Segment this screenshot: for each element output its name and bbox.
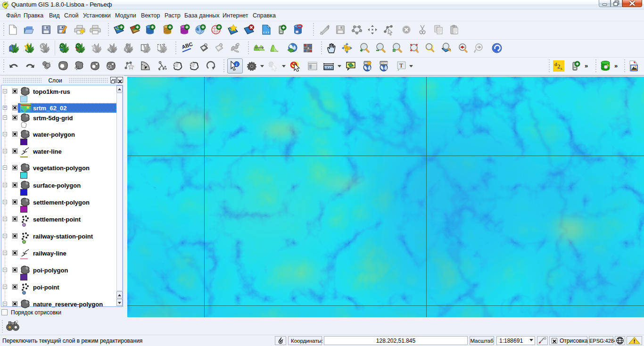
svg-text:s: s	[561, 66, 562, 71]
svg-text:ABC: ABC	[182, 42, 193, 50]
svg-text:HOME: HOME	[380, 62, 388, 65]
svg-text:,: ,	[268, 28, 269, 33]
svg-text:2: 2	[557, 63, 561, 70]
svg-text:,: ,	[263, 28, 264, 33]
svg-text:T: T	[399, 62, 403, 69]
svg-text:,: ,	[265, 28, 267, 33]
